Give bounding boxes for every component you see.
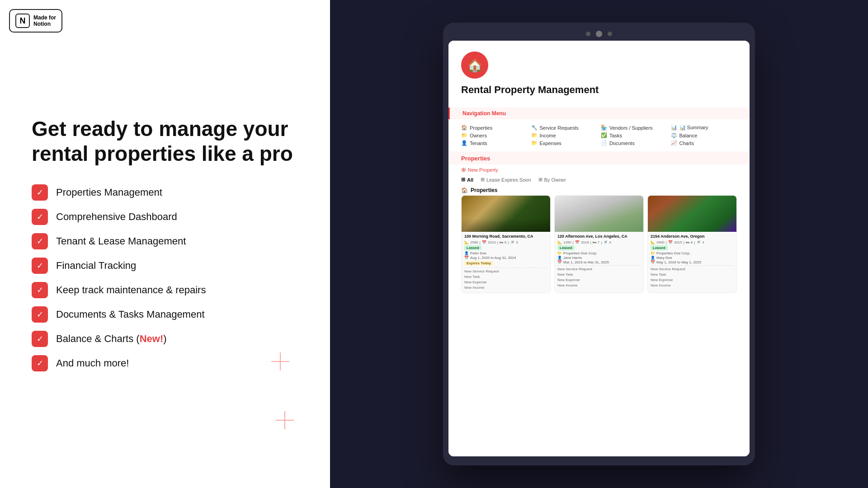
nav-item-charts[interactable]: 📈 Charts	[671, 139, 737, 147]
action-service-1[interactable]: New Service Request	[464, 269, 547, 274]
nav-item-owners[interactable]: 📁 Owners	[461, 131, 528, 139]
new-property-button[interactable]: ⊕ New Property	[448, 164, 750, 175]
nav-item-tenants[interactable]: 👤 Tenants	[461, 139, 528, 147]
feature-text-5: Keep track maintenance & repairs	[56, 284, 206, 296]
action-income-3[interactable]: New Income	[651, 283, 734, 288]
action-service-3[interactable]: New Service Request	[651, 267, 734, 272]
page-title: Rental Property Management	[461, 84, 737, 96]
property-image-1	[462, 196, 550, 232]
check-icon-1: ✓	[32, 184, 48, 201]
check-icon-8: ✓	[32, 355, 48, 371]
notion-badge[interactable]: N Made for Notion	[9, 9, 62, 33]
feature-text-3: Tenant & Lease Management	[56, 235, 186, 247]
tenant-icon: 👤	[461, 140, 467, 146]
tablet-dot-center	[596, 31, 602, 37]
prop-icon-2d: 🚿	[603, 240, 608, 244]
grid-icon-3: ⊞	[538, 177, 542, 183]
income-icon: 📁	[531, 132, 538, 138]
nav-item-expenses[interactable]: 📁 Expenses	[531, 139, 598, 147]
property-image-3	[648, 196, 736, 232]
prop-dates-1: 📅 Aug 1, 2020 to Aug 31, 2024	[464, 256, 547, 260]
nav-section-label: Navigation Menu	[448, 108, 750, 119]
decorative-crosshair-1	[271, 352, 289, 371]
property-card-3[interactable]: 2154 Anderson Ave, Oregon 📐 4500 | 📅 201…	[647, 195, 737, 293]
feature-item-8: ✓ And much more!	[32, 355, 298, 371]
action-service-2[interactable]: New Service Request	[557, 267, 641, 272]
feature-text-6: Documents & Tasks Management	[56, 309, 205, 320]
action-expense-1[interactable]: New Expense	[464, 280, 547, 285]
notion-page-icon: 🏠	[461, 52, 488, 79]
tenant-icon-2: 👤	[557, 256, 562, 260]
nav-item-tasks[interactable]: ✅ Tasks	[601, 131, 667, 139]
owner-icon-2: 📁	[557, 251, 562, 255]
tab-lease-label: Lease Expires Soon	[486, 177, 531, 183]
documents-icon: 📄	[601, 140, 607, 146]
action-task-3[interactable]: New Task	[651, 272, 734, 277]
hero-title: Get ready to manage your rental properti…	[32, 117, 298, 166]
filter-tab-all[interactable]: ⊞ All	[461, 177, 473, 183]
nav-item-income[interactable]: 📁 Income	[531, 131, 598, 139]
prop-tenant-2: 👤 Jane Harris	[557, 256, 641, 260]
feature-text-2: Comprehensive Dashboard	[56, 211, 177, 223]
owner-icon: 📁	[461, 132, 467, 138]
divider-2	[557, 265, 641, 266]
home-icon: 🏠	[461, 125, 467, 131]
filter-tab-lease-expires[interactable]: ⊞ Lease Expires Soon	[481, 177, 531, 183]
prop-icon-3c: 🛏	[686, 240, 689, 244]
feature-text-1: Properties Management	[56, 187, 162, 198]
action-task-1[interactable]: New Task	[464, 274, 547, 279]
check-icon-7: ✓	[32, 331, 48, 347]
action-expense-3[interactable]: New Expense	[651, 277, 734, 282]
prop-status-2: Leased	[557, 245, 575, 250]
nav-item-vendors[interactable]: 🏪 Vendors / Suppliers	[601, 124, 667, 131]
tab-all-label: All	[467, 177, 473, 183]
tablet-frame: 🏠 Rental Property Management Navigation …	[443, 23, 755, 465]
tablet-dot-left	[586, 32, 590, 36]
decorative-crosshair-2	[276, 411, 294, 429]
filter-tabs: ⊞ All ⊞ Lease Expires Soon ⊞ By Owner	[448, 175, 750, 184]
feature-item-6: ✓ Documents & Tasks Management	[32, 306, 298, 323]
grid-icon-2: ⊞	[481, 177, 485, 183]
nav-item-summary[interactable]: 📊 📊 Summary	[671, 124, 737, 131]
feature-text-4: Financial Tracking	[56, 260, 136, 272]
calendar-icon-2: 📅	[557, 260, 562, 264]
tenant-icon-1: 👤	[464, 251, 469, 255]
filter-tab-by-owner[interactable]: ⊞ By Owner	[538, 177, 566, 183]
prop-icon-3d: 🚿	[696, 240, 701, 244]
feature-text-7: Balance & Charts (New!)	[56, 333, 167, 345]
nav-grid: 🏠 Properties 📁 Owners 👤 Tenants	[461, 124, 737, 147]
nav-item-documents[interactable]: 📄 Documents	[601, 139, 667, 147]
property-card-1[interactable]: 100 Morning Road, Sacramento, CA 📐 2580 …	[461, 195, 551, 293]
plus-icon: ⊕	[461, 166, 466, 173]
property-image-2	[555, 196, 643, 232]
action-income-1[interactable]: New Income	[464, 285, 547, 290]
check-icon-3: ✓	[32, 233, 48, 249]
prop-status-3: Leased	[651, 245, 668, 250]
action-task-2[interactable]: New Task	[557, 272, 641, 277]
prop-dates-3: 📅 May 1, 2024 to May 1, 2025	[651, 260, 734, 264]
check-icon-4: ✓	[32, 258, 48, 274]
action-expense-2[interactable]: New Expense	[557, 277, 641, 282]
nav-col-4: 📊 📊 Summary ⚖️ Balance 📈 Charts	[671, 124, 737, 147]
tab-owner-label: By Owner	[544, 177, 566, 183]
prop-meta-1: 📐 2580 | 📅 2010 | 🛏 6 | 🚿 3	[464, 240, 547, 244]
nav-col-1: 🏠 Properties 📁 Owners 👤 Tenants	[461, 124, 528, 147]
service-icon: 🔧	[531, 125, 538, 131]
right-panel: 🏠 Rental Property Management Navigation …	[330, 0, 868, 488]
prop-icon-2c: 🛏	[593, 240, 596, 244]
property-card-2[interactable]: 120 Afternoon Ave, Los Angeles, CA 📐 135…	[554, 195, 644, 293]
property-card-body-2: 120 Afternoon Ave, Los Angeles, CA 📐 135…	[555, 232, 643, 291]
gallery-title-row: 🏠 Properties	[448, 184, 750, 195]
notion-n-icon: N	[15, 14, 30, 28]
prop-tenant-3: 👤 Mary Doe	[651, 256, 734, 260]
left-panel: N Made for Notion Get ready to manage yo…	[0, 0, 330, 488]
divider-1	[464, 267, 547, 268]
feature-item-1: ✓ Properties Management	[32, 184, 298, 201]
nav-item-service[interactable]: 🔧 Service Requests	[531, 124, 598, 131]
check-icon-5: ✓	[32, 282, 48, 298]
nav-item-balance[interactable]: ⚖️ Balance	[671, 131, 737, 139]
action-income-2[interactable]: New Income	[557, 283, 641, 288]
feature-text-8: And much more!	[56, 357, 129, 369]
property-card-body-1: 100 Morning Road, Sacramento, CA 📐 2580 …	[462, 232, 550, 293]
nav-item-properties[interactable]: 🏠 Properties	[461, 124, 528, 131]
